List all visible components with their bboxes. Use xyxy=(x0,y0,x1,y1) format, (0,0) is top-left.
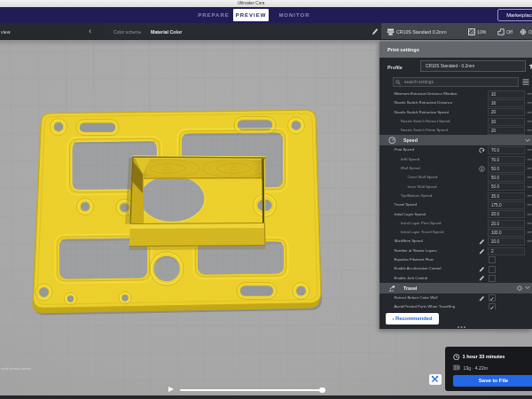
print-time-row: 1 hour 33 minutes xyxy=(453,354,505,361)
color-scheme-dropdown[interactable]: Material Color xyxy=(151,29,182,35)
setting-label: Nozzle Switch Retraction Speed xyxy=(394,108,448,117)
tab-preview[interactable]: PREVIEW xyxy=(233,9,269,21)
setting-value-field[interactable]: 175.0 xyxy=(488,201,525,209)
setting-value-field[interactable]: 20.0 xyxy=(488,238,525,246)
chevron-down-icon[interactable] xyxy=(525,286,530,290)
setting-row[interactable]: Number of Slower Layers2 xyxy=(379,246,532,255)
setting-row[interactable]: Equalize Filament Flow xyxy=(379,255,532,264)
setting-row[interactable]: Skirt/Brim Speed20.0mm/s xyxy=(379,237,532,246)
support-summary[interactable]: Off xyxy=(497,23,512,40)
setting-checkbox[interactable]: ✓ xyxy=(489,294,496,301)
setting-row[interactable]: Retract Before Outer Wall✓ xyxy=(379,293,532,302)
setting-row[interactable]: Minimum Extrusion Distance Window10mm xyxy=(379,90,532,98)
printer-profile-summary[interactable]: CR10S Standard 0.2mm xyxy=(387,23,447,40)
setting-row[interactable]: Infill Speed70.0mm/s xyxy=(379,155,532,164)
setting-row[interactable]: Initial Layer Print Speed20.0mm/s xyxy=(379,219,532,228)
playback-slider-track[interactable] xyxy=(180,389,322,391)
panel-resize-handle[interactable]: ••• xyxy=(453,324,471,331)
output-device-button[interactable] xyxy=(429,374,442,386)
setting-value-field[interactable]: 10 xyxy=(488,90,525,98)
setting-value-field[interactable]: 2 xyxy=(488,247,525,255)
infill-icon xyxy=(468,28,475,35)
info-icon[interactable] xyxy=(479,166,485,172)
setting-row[interactable]: Initial Layer Travel Speed100.0mm/s xyxy=(379,228,532,237)
setting-row[interactable]: Inner Wall Speed50.0mm/s xyxy=(379,183,532,192)
setting-value-field[interactable]: 50.0 xyxy=(488,165,525,173)
setting-row[interactable]: Outer Wall Speed50.0mm/s xyxy=(379,173,532,182)
material-estimate: 13g · 4.22m xyxy=(464,365,489,371)
setting-value-field[interactable]: 20.0 xyxy=(488,210,525,218)
setting-value-field[interactable]: 20 xyxy=(488,108,525,116)
setting-unit: mm/s xyxy=(528,117,532,126)
setting-value-field[interactable]: 20 xyxy=(488,127,525,135)
pencil-icon[interactable] xyxy=(479,295,485,301)
setting-row[interactable]: Nozzle Switch Retraction Distance16mm xyxy=(379,98,532,107)
tab-monitor[interactable]: MONITOR xyxy=(271,7,317,24)
setting-value-field[interactable]: 70.0 xyxy=(488,146,525,154)
setting-row[interactable]: Avoid Printed Parts When Travelling✓ xyxy=(379,302,532,309)
filter-icon[interactable] xyxy=(522,79,529,85)
setting-row[interactable]: Enable Acceleration Control xyxy=(379,264,532,273)
setting-checkbox[interactable]: ✓ xyxy=(489,303,496,309)
panel-title[interactable]: Print settings xyxy=(379,42,532,58)
setting-checkbox[interactable] xyxy=(489,256,496,263)
setting-label: Initial Layer Speed xyxy=(394,210,426,219)
setting-value-field[interactable]: 20 xyxy=(488,118,525,126)
profile-dropdown[interactable]: CR10S Standard - 0.2mm xyxy=(420,60,526,72)
chevron-left-icon[interactable]: ‹ xyxy=(89,27,91,35)
spool-icon xyxy=(453,364,460,371)
adhesion-summary[interactable]: On xyxy=(520,23,532,40)
setting-unit: mm xyxy=(528,98,532,107)
setting-checkbox[interactable] xyxy=(489,275,496,282)
setting-row[interactable]: Nozzle Switch Retract Speed20mm/s xyxy=(379,117,532,126)
pencil-icon[interactable] xyxy=(479,266,485,272)
setting-row[interactable]: Enable Jerk Control xyxy=(379,274,532,283)
infill-summary[interactable]: 10% xyxy=(468,23,486,40)
setting-label: Enable Jerk Control xyxy=(394,274,427,283)
setting-unit: mm/s xyxy=(528,108,532,117)
pencil-icon[interactable] xyxy=(372,27,379,35)
undo-icon[interactable] xyxy=(479,147,485,153)
star-icon[interactable] xyxy=(528,62,532,70)
pencil-icon[interactable] xyxy=(479,275,485,281)
setting-row[interactable]: Nozzle Switch Prime Speed20mm/s xyxy=(379,126,532,135)
setting-row[interactable]: Top/Bottom Speed35.0mm/s xyxy=(379,192,532,200)
gear-icon[interactable] xyxy=(516,285,523,292)
adhesion-value: On xyxy=(528,29,532,35)
setting-row[interactable]: Initial Layer Speed20.0mm/s xyxy=(379,210,532,219)
setting-value-field[interactable]: 70.0 xyxy=(488,156,525,164)
search-input[interactable]: search settings xyxy=(393,77,519,87)
profile-label: Profile xyxy=(387,65,403,70)
settings-section-travel[interactable]: Travel xyxy=(379,283,532,293)
setting-label: Top/Bottom Speed xyxy=(401,192,432,200)
recommended-button[interactable]: ‹ Recommended xyxy=(386,313,439,325)
marketplace-button[interactable]: Marketplace xyxy=(497,9,532,21)
setting-row[interactable]: Wall Speed50.0mm/s xyxy=(379,164,532,173)
setting-row[interactable]: Print Speed70.0mm/s xyxy=(379,145,532,154)
setting-value-field[interactable]: 50.0 xyxy=(488,183,525,191)
setting-row[interactable]: Nozzle Switch Retraction Speed20mm/s xyxy=(379,108,532,117)
setting-row[interactable]: Travel Speed175.0mm/s xyxy=(379,200,532,209)
print-time-estimate: 1 hour 33 minutes xyxy=(463,354,505,359)
action-panel: 1 hour 33 minutes 13g · 4.22m Save to Fi… xyxy=(445,347,532,391)
playback-slider-handle[interactable] xyxy=(319,387,325,394)
main-header: PREPARE PREVIEW MONITOR Marketplace xyxy=(0,7,532,24)
settings-section-speed[interactable]: Speed xyxy=(379,135,532,145)
save-to-file-button[interactable]: Save to File xyxy=(453,375,532,387)
chevron-down-icon[interactable] xyxy=(525,138,530,143)
setting-label: Nozzle Switch Retract Speed xyxy=(401,117,450,126)
setting-value-field[interactable]: 20.0 xyxy=(488,220,525,228)
setting-label: Avoid Printed Parts When Travelling xyxy=(394,302,455,309)
setting-value-field[interactable]: 35.0 xyxy=(488,192,525,200)
pencil-icon[interactable] xyxy=(479,248,485,254)
setting-value-field[interactable]: 100.0 xyxy=(488,229,525,237)
pencil-icon[interactable] xyxy=(479,239,485,245)
tab-prepare[interactable]: PREPARE xyxy=(191,7,237,24)
view-mode-label[interactable]: view xyxy=(1,29,11,35)
setting-checkbox[interactable] xyxy=(489,266,496,273)
setting-label: Wall Speed xyxy=(401,164,420,173)
play-icon[interactable] xyxy=(168,387,174,392)
setting-value-field[interactable]: 50.0 xyxy=(488,174,525,182)
setting-value-field[interactable]: 16 xyxy=(488,99,525,107)
model-functional-frame[interactable] xyxy=(33,110,322,315)
